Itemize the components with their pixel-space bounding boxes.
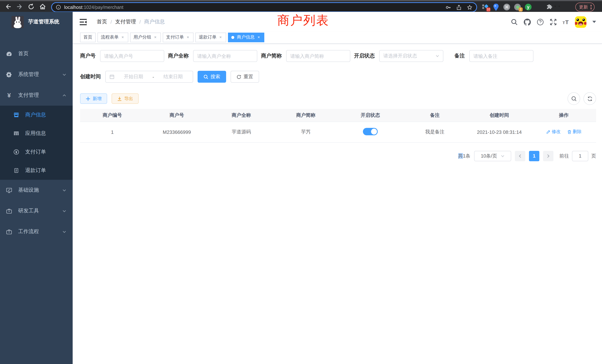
sidebar-item-merchant-info[interactable]: 商户信息: [0, 106, 73, 124]
tab-user-group[interactable]: 用户分组×: [130, 32, 161, 42]
font-size-icon[interactable]: TT: [562, 19, 569, 25]
col-actions: 操作: [532, 109, 596, 122]
remark-input[interactable]: [469, 50, 533, 62]
status-toggle-on[interactable]: [363, 128, 378, 135]
sidebar-item-system[interactable]: 系统管理: [0, 64, 73, 85]
browser-forward-icon[interactable]: [16, 3, 23, 10]
sidebar-item-infrastructure[interactable]: 基础设施: [0, 180, 73, 201]
breadcrumb-home[interactable]: 首页: [97, 19, 107, 25]
sidebar-item-pay-order[interactable]: 支付订单: [0, 143, 73, 161]
delete-link[interactable]: 删除: [567, 129, 582, 135]
tab-home[interactable]: 首页: [80, 32, 96, 42]
page-number-1[interactable]: 1: [529, 151, 539, 161]
pagination: 共1条 10条/页 1 前往 页: [80, 151, 596, 161]
fullscreen-icon[interactable]: [549, 18, 557, 25]
app-logo: [11, 16, 24, 28]
extension-pin-icon[interactable]: [493, 4, 499, 10]
briefcase-icon: [6, 228, 12, 235]
github-icon[interactable]: [524, 18, 531, 25]
address-bar[interactable]: localhost:1024/pay/merchant: [52, 3, 476, 11]
help-icon[interactable]: [537, 18, 544, 25]
close-icon[interactable]: ×: [120, 35, 125, 40]
col-create-time: 创建时间: [467, 109, 532, 122]
tags-view-bar: 首页 流程表单× 用户分组× 支付订单× 退款订单× 商户信息×: [73, 32, 602, 44]
extension-apps-icon[interactable]: 10: [482, 4, 489, 10]
extension-recorder-icon[interactable]: 1: [514, 4, 521, 10]
payment-submenu: 商户信息 应用信息 支付订单: [0, 106, 73, 180]
close-icon[interactable]: ×: [257, 35, 261, 40]
next-page-button[interactable]: [543, 151, 553, 161]
navbar-actions: TT: [511, 16, 596, 28]
prev-page-button[interactable]: [515, 151, 525, 161]
password-key-icon[interactable]: [446, 5, 451, 10]
sidebar-item-dev-tools[interactable]: 研发工具: [0, 201, 73, 221]
extension-emoji-icon[interactable]: [557, 4, 564, 10]
chevron-down-icon: [436, 54, 439, 58]
avatar-dropdown-icon[interactable]: [592, 21, 596, 23]
extensions-puzzle-icon[interactable]: [546, 4, 553, 10]
toggle-search-button[interactable]: [568, 92, 580, 105]
header-search-icon[interactable]: [511, 18, 518, 25]
extension-vue-icon[interactable]: y: [525, 4, 532, 10]
browser-back-icon[interactable]: [5, 3, 11, 10]
create-time-label: 创建时间: [80, 73, 101, 80]
browser-reload-icon[interactable]: [28, 3, 34, 10]
reset-button[interactable]: 重置: [231, 71, 259, 83]
sidebar-item-refund-order[interactable]: 退款订单: [0, 161, 73, 180]
sidebar-item-app-info[interactable]: 应用信息: [0, 124, 73, 143]
create-time-range-picker[interactable]: 开始日期 - 结束日期: [105, 71, 193, 83]
chevron-down-icon: [62, 209, 66, 213]
export-button[interactable]: 导出: [112, 93, 139, 104]
add-button[interactable]: 新增: [80, 93, 107, 104]
short-name-input[interactable]: [286, 50, 350, 62]
monitor-check-icon: [6, 187, 12, 193]
breadcrumb-payment: 支付管理: [115, 19, 136, 25]
search-icon: [204, 74, 208, 79]
dashboard-icon: [6, 51, 12, 57]
merchant-no-input[interactable]: [100, 50, 164, 62]
edit-link[interactable]: 修改: [546, 129, 560, 135]
cell-remark: 我是备注: [403, 122, 467, 142]
cell-short-name: 芋艿: [274, 122, 338, 142]
sidebar-collapse-icon[interactable]: [80, 19, 87, 25]
user-avatar[interactable]: [575, 16, 586, 28]
page-size-select[interactable]: 10条/页: [474, 151, 511, 161]
site-info-icon[interactable]: [56, 5, 61, 10]
tab-process-form[interactable]: 流程表单×: [97, 32, 128, 42]
browser-update-button[interactable]: 更新: [575, 3, 594, 11]
briefcase-icon: [6, 208, 12, 214]
sidebar-item-workflow[interactable]: 工作流程: [0, 221, 73, 242]
tab-merchant-info-active[interactable]: 商户信息×: [228, 32, 264, 42]
chevron-right-icon: [546, 154, 550, 158]
table-header-row: 商户编号 商户号 商户全称 商户简称 开启状态 备注 创建时间 操作: [80, 109, 596, 122]
sidebar-item-payment[interactable]: ¥ 支付管理: [0, 85, 73, 106]
end-date-placeholder: 结束日期: [157, 73, 189, 80]
bookmark-star-icon[interactable]: [467, 5, 472, 10]
goto-page-input[interactable]: [572, 151, 588, 161]
app-logo-row[interactable]: 芋道管理系统: [0, 12, 73, 32]
extension-command-icon[interactable]: ⌘: [503, 4, 510, 10]
full-name-input[interactable]: [193, 50, 257, 62]
close-icon[interactable]: ×: [218, 35, 223, 40]
browser-home-icon[interactable]: [39, 3, 46, 10]
browser-menu-icon[interactable]: [591, 5, 591, 9]
search-button[interactable]: 搜索: [198, 71, 226, 83]
close-icon[interactable]: ×: [153, 35, 158, 40]
short-name-label: 商户简称: [261, 53, 282, 59]
refresh-table-button[interactable]: [583, 92, 596, 105]
share-icon[interactable]: [456, 5, 462, 10]
sidebar-item-home[interactable]: 首页: [0, 43, 73, 64]
tab-refund-order[interactable]: 退款订单×: [195, 32, 226, 42]
tab-pay-order[interactable]: 支付订单×: [163, 32, 194, 42]
extension-notes-icon[interactable]: [536, 4, 542, 10]
pagination-total: 共1条: [458, 152, 470, 159]
yen-icon: ¥: [6, 92, 12, 98]
breadcrumb-current: 商户信息: [144, 19, 165, 25]
filter-row-1: 商户号 商户全称 商户简称 开启状态 请选择开启状态 备注: [80, 50, 596, 62]
status-select[interactable]: 请选择开启状态: [379, 50, 443, 62]
close-icon[interactable]: ×: [186, 35, 190, 40]
grid-icon: [13, 130, 19, 136]
merchant-no-label: 商户号: [80, 53, 96, 59]
cell-full-name: 芋道源码: [209, 122, 274, 142]
cell-create-time: 2021-10-23 08:31:14: [467, 122, 532, 142]
